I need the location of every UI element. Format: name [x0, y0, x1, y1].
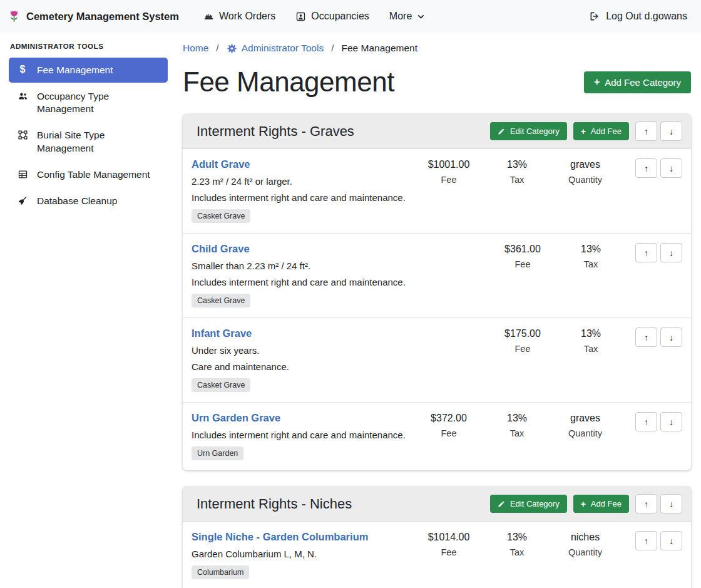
sidebar-item-label: Burial Site Type Management: [37, 129, 160, 154]
fee-description: 2.23 m² / 24 ft² or larger.: [192, 176, 412, 187]
fee-description: Under six years.: [192, 345, 486, 356]
fee-sort-controls: ↑ ↓: [628, 158, 682, 178]
move-fee-down-button[interactable]: ↓: [660, 531, 682, 550]
fee-name-link[interactable]: Child Grave: [192, 243, 250, 255]
fee-tax-column: 13% Tax: [560, 328, 622, 354]
fee-category-card: Interment Rights - Niches Edit Category …: [183, 487, 691, 588]
fee-name-link[interactable]: Single Niche - Garden Columbarium: [192, 531, 368, 543]
fee-tax: 13%: [486, 159, 548, 170]
vector-square-icon: [16, 130, 29, 140]
sidebar-item-occupancy-type[interactable]: Occupancy Type Management: [9, 84, 168, 121]
fee-quantity: graves: [548, 159, 622, 170]
category-title: Interment Rights - Niches: [192, 496, 484, 512]
move-fee-up-button[interactable]: ↑: [635, 328, 657, 347]
sidebar-item-burial-site-type[interactable]: Burial Site Type Management: [9, 123, 168, 160]
breadcrumb-separator: /: [216, 43, 218, 54]
fee-tax-label: Tax: [486, 175, 548, 185]
fee-amount: $1001.00: [412, 159, 486, 170]
category-header: Interment Rights - Graves Edit Category …: [183, 114, 691, 149]
pencil-icon: [498, 500, 505, 508]
fee-tax: 13%: [560, 244, 622, 255]
move-category-down-button[interactable]: ↓: [660, 494, 682, 513]
gear-icon: [227, 43, 237, 54]
add-fee-label: Add Fee: [591, 499, 622, 508]
navbar-links: Work Orders Occupancies More: [195, 6, 433, 27]
fee-quantity-column: graves Quantity: [548, 158, 622, 185]
move-category-up-button[interactable]: ↑: [635, 121, 657, 141]
nav-item-occupancies[interactable]: Occupancies: [287, 6, 377, 27]
breadcrumb-admin-tools-link[interactable]: Administrator Tools: [227, 43, 324, 54]
fee-amount: $175.00: [486, 328, 560, 339]
fee-amount: $372.00: [412, 413, 486, 424]
fee-amount-label: Fee: [412, 428, 486, 438]
add-fee-category-button[interactable]: + Add Fee Category: [584, 71, 691, 93]
fee-type-badge: Casket Grave: [192, 378, 250, 392]
fee-description: Includes interment right and care and ma…: [192, 430, 412, 440]
move-fee-down-button[interactable]: ↓: [660, 158, 682, 178]
fee-row: Single Niche - Garden Columbarium Garden…: [183, 522, 691, 588]
fee-info: Urn Garden Grave Includes interment righ…: [192, 412, 412, 460]
move-category-down-button[interactable]: ↓: [660, 121, 682, 141]
move-category-up-button[interactable]: ↑: [635, 494, 657, 513]
edit-category-label: Edit Category: [510, 499, 560, 508]
breadcrumb: Home /: [183, 43, 691, 54]
fee-tax-label: Tax: [486, 428, 548, 438]
fee-tax-column: 13% Tax: [486, 412, 548, 438]
move-fee-down-button[interactable]: ↓: [660, 328, 682, 347]
pencil-icon: [498, 128, 505, 135]
fee-info: Infant Grave Under six years. Care and m…: [192, 328, 486, 392]
nav-item-more[interactable]: More: [381, 6, 433, 27]
fee-amount-label: Fee: [412, 175, 486, 185]
fee-name-link[interactable]: Urn Garden Grave: [192, 412, 280, 424]
sidebar-item-label: Fee Management: [37, 64, 113, 76]
sidebar-item-fee-management[interactable]: $ Fee Management: [9, 58, 168, 83]
fee-info: Child Grave Smaller than 2.23 m² / 24 ft…: [192, 243, 486, 307]
fee-info: Adult Grave 2.23 m² / 24 ft² or larger. …: [192, 158, 412, 223]
sidebar-heading: ADMINISTRATOR TOOLS: [10, 43, 168, 50]
sidebar-item-database-cleanup[interactable]: Database Cleanup: [9, 188, 168, 214]
top-navbar: Cemetery Management System Work Orders: [0, 0, 701, 33]
edit-category-button[interactable]: Edit Category: [490, 495, 567, 513]
logout-button[interactable]: Log Out d.gowans: [586, 6, 690, 27]
fee-description: Includes interment right and care and ma…: [192, 192, 412, 203]
fee-description: Smaller than 2.23 m² / 24 ft².: [192, 260, 486, 271]
add-fee-label: Add Fee: [591, 126, 622, 136]
fee-name-link[interactable]: Infant Grave: [192, 328, 252, 339]
fee-type-badge: Urn Garden: [192, 446, 243, 460]
category-sort-controls: ↑ ↓: [635, 494, 682, 513]
fee-quantity-label: Quantity: [548, 428, 622, 438]
add-fee-category-label: Add Fee Category: [605, 77, 681, 88]
fee-name-link[interactable]: Adult Grave: [192, 158, 250, 170]
breadcrumb-home-link[interactable]: Home: [183, 43, 208, 54]
edit-category-button[interactable]: Edit Category: [490, 122, 567, 140]
move-fee-down-button[interactable]: ↓: [660, 412, 682, 431]
sign-out-icon: [589, 11, 600, 22]
fee-tax-label: Tax: [560, 259, 622, 269]
move-fee-up-button[interactable]: ↑: [635, 243, 657, 262]
app-brand[interactable]: Cemetery Management System: [8, 8, 179, 24]
fee-amount-label: Fee: [486, 259, 560, 269]
add-fee-button[interactable]: + Add Fee: [573, 122, 629, 140]
sidebar-item-config-table[interactable]: Config Table Management: [9, 162, 168, 187]
fee-amount: $1014.00: [412, 532, 486, 543]
move-fee-up-button[interactable]: ↑: [635, 158, 657, 178]
fee-amount-label: Fee: [486, 344, 560, 354]
fee-sort-controls: ↑ ↓: [628, 243, 682, 262]
fee-info: Single Niche - Garden Columbarium Garden…: [192, 531, 412, 579]
add-fee-button[interactable]: + Add Fee: [573, 495, 629, 513]
move-fee-down-button[interactable]: ↓: [660, 243, 682, 262]
move-fee-up-button[interactable]: ↑: [635, 531, 657, 550]
users-icon: [16, 91, 29, 101]
fee-type-badge: Casket Grave: [192, 294, 250, 307]
category-header: Interment Rights - Niches Edit Category …: [183, 487, 691, 522]
move-fee-up-button[interactable]: ↑: [635, 412, 657, 431]
plus-icon: +: [581, 127, 586, 136]
nav-item-work-orders[interactable]: Work Orders: [195, 6, 284, 27]
page-title: Fee Management: [183, 66, 394, 98]
fee-quantity-label: Quantity: [548, 175, 622, 185]
fee-category-card: Interment Rights - Graves Edit Category …: [183, 114, 691, 470]
fee-tax-label: Tax: [560, 344, 622, 354]
category-title: Interment Rights - Graves: [192, 123, 484, 140]
fee-amount-column: $1001.00 Fee: [412, 158, 486, 185]
page-header: Fee Management + Add Fee Category: [183, 66, 691, 98]
